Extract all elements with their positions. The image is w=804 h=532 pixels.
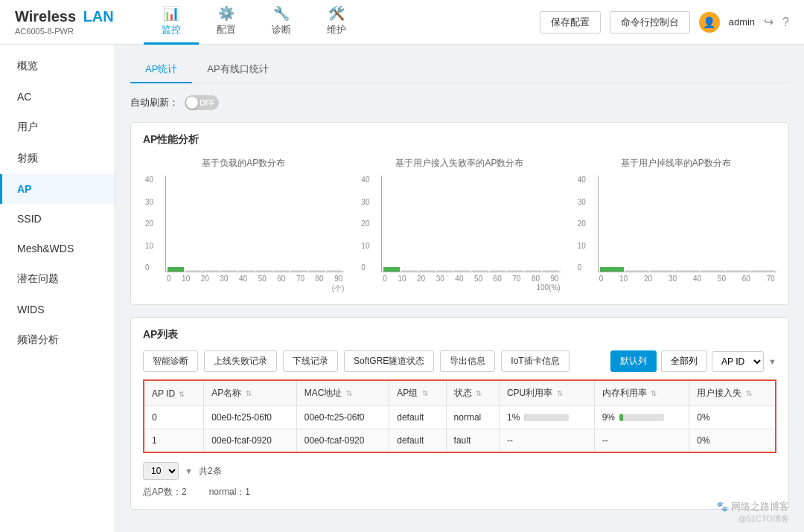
nav-tab-maintain[interactable]: 🛠️ 维护 bbox=[309, 0, 364, 45]
sidebar-item-mesh[interactable]: Mesh&WDS bbox=[0, 234, 115, 263]
sidebar-item-ac[interactable]: AC bbox=[0, 82, 115, 112]
chart-load-x-labels: 0102030405060708090 bbox=[165, 275, 344, 283]
chart-bar-6 bbox=[751, 270, 775, 272]
sidebar-item-ap[interactable]: AP bbox=[0, 174, 115, 204]
summary-row: 总AP数：2 normal：1 bbox=[143, 486, 776, 499]
nav-tab-config-label: 配置 bbox=[217, 23, 236, 36]
sort-icon-mem[interactable]: ⇅ bbox=[651, 389, 657, 397]
all-view-button[interactable]: 全部列 bbox=[661, 350, 707, 372]
logo-area: Wireless LAN AC6005-8-PWR bbox=[15, 8, 114, 36]
cell-ap-group: default bbox=[389, 406, 446, 429]
mem-value: 9% bbox=[602, 412, 615, 423]
monitor-icon: 📊 bbox=[163, 5, 179, 22]
chart-bar-9 bbox=[543, 270, 559, 272]
chart-bar-1 bbox=[625, 270, 649, 272]
chart-bar-4 bbox=[701, 270, 724, 272]
sort-icon-ap-id[interactable]: ⇅ bbox=[179, 390, 185, 398]
cpu-value: 1% bbox=[507, 412, 520, 423]
cpu-bar-wrap bbox=[524, 414, 569, 421]
online-fail-button[interactable]: 上线失败记录 bbox=[204, 350, 277, 372]
sidebar-item-issues[interactable]: 潜在问题 bbox=[0, 263, 115, 295]
chart-bar-0 bbox=[168, 267, 184, 272]
nav-tab-diagnose[interactable]: 🔧 诊断 bbox=[254, 0, 309, 45]
app-title: Wireless LAN bbox=[15, 8, 114, 25]
sidebar-item-radio[interactable]: 射频 bbox=[0, 143, 115, 174]
th-mac: MAC地址 ⇅ bbox=[296, 380, 389, 406]
nav-tab-maintain-label: 维护 bbox=[327, 23, 346, 36]
chart-bar-6 bbox=[273, 270, 290, 272]
iot-button[interactable]: IoT插卡信息 bbox=[501, 350, 569, 372]
cell-cpu: 1% bbox=[499, 406, 594, 429]
default-view-button[interactable]: 默认列 bbox=[610, 350, 657, 372]
chart-load-title: 基于负载的AP数分布 bbox=[143, 157, 344, 170]
logo-lan: LAN bbox=[83, 8, 114, 25]
cell-mem: -- bbox=[594, 429, 689, 453]
chart-bar-3 bbox=[437, 270, 453, 272]
page-total-label: 共2条 bbox=[199, 465, 222, 478]
sidebar-spectrum-label: 频谱分析 bbox=[17, 333, 59, 345]
maintain-icon: 🛠️ bbox=[328, 5, 345, 22]
logo-wireless: Wireless bbox=[15, 8, 76, 25]
cell-mac: 00e0-fc25-06f0 bbox=[296, 406, 389, 429]
sidebar-user-label: 用户 bbox=[17, 121, 38, 132]
table-row[interactable]: 1 00e0-fcaf-0920 00e0-fcaf-0920 default … bbox=[144, 429, 776, 453]
chart-bar-1 bbox=[185, 270, 202, 272]
th-ap-name: AP名称 ⇅ bbox=[204, 380, 297, 406]
nav-tab-config[interactable]: ⚙️ 配置 bbox=[199, 0, 254, 45]
sidebar-overview-label: 概览 bbox=[17, 60, 38, 71]
chart-fail-y-labels: 403020100 bbox=[361, 176, 369, 272]
sidebar-item-ssid[interactable]: SSID bbox=[0, 204, 115, 234]
per-page-select[interactable]: 10 20 50 bbox=[143, 462, 179, 480]
cell-ap-id: 1 bbox=[144, 429, 204, 453]
chart-offline-y-labels: 403020100 bbox=[578, 176, 586, 272]
sidebar-item-overview[interactable]: 概览 bbox=[0, 51, 115, 82]
main-layout: 概览 AC 用户 射频 AP SSID Mesh&WDS 潜在问题 WIDS 频… bbox=[0, 45, 804, 532]
sub-tab-ap-stats[interactable]: AP统计 bbox=[130, 57, 192, 83]
ap-table-header-row: AP ID ⇅ AP名称 ⇅ MAC地址 ⇅ AP组 bbox=[144, 380, 776, 406]
search-field-select[interactable]: AP ID bbox=[712, 351, 764, 372]
pagination: 10 20 50 ▼ 共2条 bbox=[143, 462, 776, 480]
table-row[interactable]: 0 00e0-fc25-06f0 00e0-fc25-06f0 default … bbox=[144, 406, 776, 429]
chart-load-x-unit: (个) bbox=[165, 283, 344, 294]
chart-bar-8 bbox=[309, 270, 325, 272]
sort-icon-mac[interactable]: ⇅ bbox=[346, 389, 352, 397]
chart-offline-x-labels: 010203040506070 bbox=[598, 275, 776, 283]
chart-fail-x-labels: 0102030405060708090 bbox=[381, 275, 560, 283]
auto-refresh-row: 自动刷新： OFF bbox=[130, 95, 789, 110]
sidebar-item-spectrum[interactable]: 频谱分析 bbox=[0, 324, 115, 356]
user-avatar-icon: 👤 bbox=[699, 12, 720, 33]
nav-tab-monitor[interactable]: 📊 监控 bbox=[144, 0, 199, 45]
smart-diagnose-button[interactable]: 智能诊断 bbox=[143, 350, 198, 372]
sort-icon-ap-name[interactable]: ⇅ bbox=[246, 389, 252, 397]
sidebar-item-user[interactable]: 用户 bbox=[0, 112, 115, 143]
help-icon[interactable]: ? bbox=[782, 16, 789, 29]
sidebar-item-wids[interactable]: WIDS bbox=[0, 295, 115, 324]
sidebar: 概览 AC 用户 射频 AP SSID Mesh&WDS 潜在问题 WIDS 频… bbox=[0, 45, 115, 532]
sub-tab-ap-wired-stats[interactable]: AP有线口统计 bbox=[192, 57, 283, 83]
ap-list-toolbar: 智能诊断 上线失败记录 下线记录 SoftGRE隧道状态 导出信息 IoT插卡信… bbox=[143, 350, 776, 372]
export-button[interactable]: 导出信息 bbox=[440, 350, 495, 372]
cmd-console-button[interactable]: 命令行控制台 bbox=[610, 11, 690, 33]
th-status: 状态 ⇅ bbox=[446, 380, 499, 406]
chart-fail-x-unit: 100(%) bbox=[381, 283, 560, 292]
sort-icon-user-fail[interactable]: ⇅ bbox=[746, 389, 752, 397]
chart-bar-2 bbox=[419, 270, 436, 272]
admin-label: admin bbox=[729, 16, 755, 28]
softgre-button[interactable]: SoftGRE隧道状态 bbox=[344, 350, 434, 372]
nav-tab-diagnose-label: 诊断 bbox=[272, 23, 291, 36]
sort-icon-group[interactable]: ⇅ bbox=[422, 389, 428, 397]
save-config-button[interactable]: 保存配置 bbox=[540, 11, 601, 33]
cell-ap-group: default bbox=[389, 429, 446, 453]
chart-load-y-labels: 403020100 bbox=[145, 176, 153, 272]
cell-mac: 00e0-fcaf-0920 bbox=[296, 429, 389, 453]
logout-icon[interactable]: ↪ bbox=[764, 15, 773, 29]
offline-log-button[interactable]: 下线记录 bbox=[283, 350, 338, 372]
sort-icon-cpu[interactable]: ⇅ bbox=[557, 389, 563, 397]
cell-status: fault bbox=[446, 429, 499, 453]
cell-user-fail: 0% bbox=[689, 429, 776, 453]
sort-icon-status[interactable]: ⇅ bbox=[476, 389, 482, 397]
summary-normal: normal：1 bbox=[209, 486, 250, 499]
chart-bar-1 bbox=[401, 270, 418, 272]
device-model: AC6005-8-PWR bbox=[15, 27, 114, 36]
auto-refresh-toggle[interactable]: OFF bbox=[185, 95, 219, 110]
